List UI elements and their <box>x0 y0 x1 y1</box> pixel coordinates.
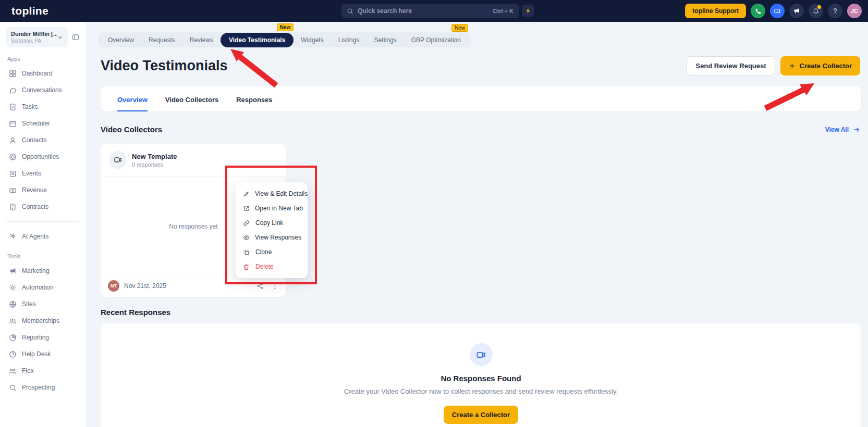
sidebar-item-events[interactable]: Events <box>6 165 79 182</box>
page-title: Video Testimonials <box>101 58 228 74</box>
empty-state-title: No Responses Found <box>101 374 861 383</box>
topline-logo: topline <box>11 5 48 17</box>
sidebar-item-sites[interactable]: Sites <box>6 296 79 312</box>
gear-icon <box>8 283 17 292</box>
subtab-responses[interactable]: Responses <box>236 96 272 111</box>
collector-date: Nov 21st, 2025 <box>124 282 252 290</box>
tab-requests[interactable]: Requests <box>141 33 182 47</box>
notifications-button[interactable] <box>809 4 823 18</box>
sidebar-item-reporting[interactable]: Reporting <box>6 329 79 346</box>
menu-item-delete[interactable]: Delete <box>236 259 308 274</box>
person-icon <box>8 136 17 144</box>
tab-listings[interactable]: Listings <box>331 33 367 47</box>
team-icon <box>8 367 17 375</box>
support-button[interactable]: topline Support <box>685 4 746 18</box>
link-icon <box>243 219 250 227</box>
sidebar-item-contacts[interactable]: Contacts <box>6 132 79 148</box>
arrow-right-icon <box>853 126 860 133</box>
menu-item-view-responses[interactable]: View Responses <box>236 230 308 245</box>
pencil-icon <box>243 190 250 197</box>
create-a-collector-button[interactable]: Create a Collector <box>444 406 518 424</box>
sidebar-item-automation[interactable]: Automation <box>6 279 79 296</box>
sidebar-item-memberships[interactable]: Memberships <box>6 312 79 329</box>
apps-section-label: Apps <box>7 56 79 62</box>
event-icon <box>8 169 17 178</box>
kebab-menu-icon[interactable]: ⋮ <box>271 281 279 291</box>
create-collector-button[interactable]: Create Collector <box>780 56 860 76</box>
empty-state-description: Create your Video Collector now to colle… <box>101 387 861 395</box>
subtab-overview[interactable]: Overview <box>117 96 148 111</box>
sidebar-item-marketing[interactable]: Marketing <box>6 262 79 279</box>
menu-item-open-in-new-tab[interactable]: Open in New Tab <box>236 201 308 216</box>
sidebar-item-dashboard[interactable]: Dashboard <box>6 65 79 82</box>
menu-item-copy-link[interactable]: Copy Link <box>236 216 308 230</box>
topbar: topline Ctrl + K topline Support <box>0 0 868 22</box>
eye-icon <box>243 234 250 241</box>
share-icon[interactable] <box>256 282 264 290</box>
calendar-icon <box>8 119 17 128</box>
tab-reviews[interactable]: Reviews <box>182 33 221 47</box>
clone-icon <box>243 248 250 256</box>
target-icon <box>8 153 17 161</box>
collector-name: New Template <box>132 153 177 160</box>
chevron-down-icon <box>57 34 63 41</box>
document-icon <box>8 203 17 211</box>
user-avatar[interactable]: JC <box>847 4 862 18</box>
sidebar-item-tasks[interactable]: Tasks <box>6 98 79 115</box>
plus-icon <box>789 62 796 69</box>
sidebar-item-contracts[interactable]: Contracts <box>6 198 79 215</box>
sidebar-item-help-desk[interactable]: Help Desk <box>6 346 79 362</box>
location-selector[interactable]: Dunder Mifflin [... Scranton, PA <box>6 27 68 47</box>
task-check-icon <box>8 103 17 111</box>
topbar-actions: topline Support ? JC <box>685 0 862 22</box>
send-review-request-button[interactable]: Send Review Request <box>687 56 775 76</box>
video-camera-icon <box>109 151 127 169</box>
notification-dot <box>817 5 821 9</box>
collector-response-count: 0 responses <box>132 161 177 168</box>
sidebar-item-flex[interactable]: Flex <box>6 362 79 379</box>
announcements-button[interactable] <box>789 4 804 18</box>
tab-overview[interactable]: Overview <box>101 33 141 47</box>
menu-item-view-edit-details[interactable]: View & Edit Details <box>236 186 308 201</box>
sidebar-item-conversations[interactable]: Conversations <box>6 82 79 98</box>
feature-nav-tabs: Overview Requests Reviews Video Testimon… <box>97 32 471 47</box>
question-mark-icon: ? <box>833 7 838 15</box>
collapse-sidebar-icon[interactable] <box>72 33 79 42</box>
sidebar-item-opportunities[interactable]: Opportunities <box>6 148 79 165</box>
tab-widgets[interactable]: Widgets <box>294 33 331 47</box>
subtab-video-collectors[interactable]: Video Collectors <box>165 96 218 111</box>
sidebar-item-revenue[interactable]: Revenue <box>6 182 79 198</box>
lightning-bolt-icon <box>525 8 531 14</box>
banknote-icon <box>8 186 17 194</box>
new-badge: New <box>277 23 294 31</box>
menu-item-clone[interactable]: Clone <box>236 245 308 259</box>
view-all-link[interactable]: View All <box>825 126 860 133</box>
megaphone-icon <box>793 7 800 15</box>
search-input[interactable] <box>358 7 493 15</box>
avatar-initials: JC <box>851 8 858 14</box>
dashboard-icon <box>8 69 17 78</box>
help-button[interactable]: ? <box>828 4 842 18</box>
tab-settings[interactable]: Settings <box>366 33 404 47</box>
sidebar-item-ai-agents[interactable]: AI Agents <box>6 228 79 245</box>
tab-video-testimonials[interactable]: Video TestimonialsNew <box>221 33 294 47</box>
sidebar-item-scheduler[interactable]: Scheduler <box>6 115 79 132</box>
ticket-button[interactable] <box>770 4 785 18</box>
video-collectors-heading: Video Collectors <box>101 125 162 134</box>
phone-icon <box>755 8 762 15</box>
main-content: Overview Requests Reviews Video Testimon… <box>86 22 868 427</box>
sidebar-divider <box>6 221 79 222</box>
sparkles-icon <box>8 232 17 241</box>
sidebar-item-prospecting[interactable]: Prospecting <box>6 379 79 396</box>
tab-gbp-optimization[interactable]: GBP OptimizationNew <box>404 33 468 47</box>
phone-button[interactable] <box>751 4 765 18</box>
sidebar: Dunder Mifflin [... Scranton, PA Apps Da… <box>0 22 86 427</box>
people-group-icon <box>8 317 17 325</box>
tools-section-label: Tools <box>7 253 79 259</box>
globe-icon <box>8 300 17 308</box>
chat-bubble-icon <box>8 86 17 94</box>
quick-actions-button[interactable] <box>522 5 534 17</box>
global-search[interactable]: Ctrl + K <box>341 4 519 18</box>
megaphone-icon <box>8 267 17 275</box>
question-circle-icon <box>8 350 17 358</box>
